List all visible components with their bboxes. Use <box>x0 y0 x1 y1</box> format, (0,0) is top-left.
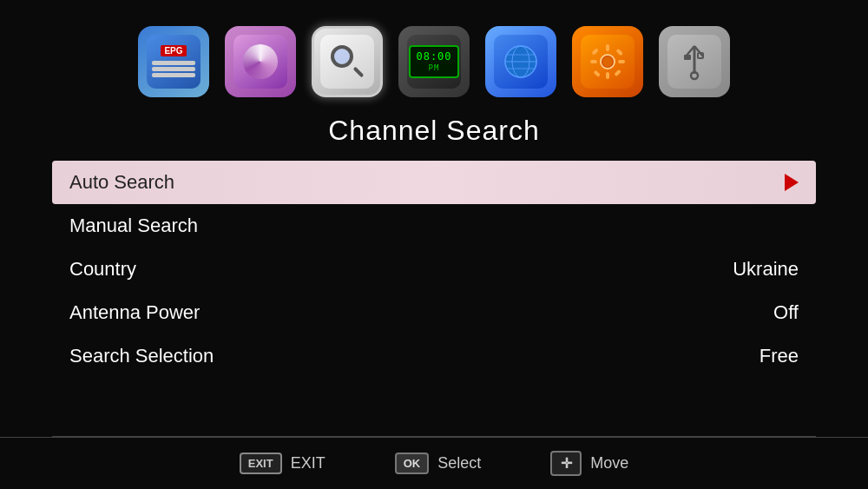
menu-item-manual-search[interactable]: Manual Search <box>52 204 816 248</box>
menu-item-country[interactable]: Country Ukraine <box>52 248 816 291</box>
antenna-power-label: Antenna Power <box>69 301 773 324</box>
manual-search-label: Manual Search <box>69 215 799 237</box>
search-selection-value: Free <box>760 345 799 367</box>
country-value: Ukraine <box>733 258 799 281</box>
bottom-bar: EXIT EXIT OK Select ✛ Move <box>0 437 868 489</box>
country-label: Country <box>69 258 733 281</box>
channel-search-app-icon[interactable] <box>312 26 383 97</box>
svg-rect-8 <box>606 44 609 51</box>
usb-svg-icon <box>679 43 710 81</box>
svg-point-16 <box>602 56 613 67</box>
exit-label: EXIT <box>291 454 326 472</box>
svg-rect-14 <box>593 69 600 76</box>
settings-app-icon[interactable] <box>572 26 643 97</box>
media-app-icon[interactable] <box>225 26 296 97</box>
svg-rect-15 <box>614 69 621 76</box>
select-action[interactable]: OK Select <box>395 453 482 474</box>
svg-rect-20 <box>684 55 691 60</box>
select-label: Select <box>437 454 481 472</box>
usb-app-icon[interactable] <box>659 26 730 97</box>
clock-app-icon[interactable]: 08:00 PM <box>398 26 470 97</box>
svg-rect-9 <box>606 72 609 79</box>
auto-search-label: Auto Search <box>69 171 767 194</box>
svg-point-22 <box>691 72 698 79</box>
svg-rect-12 <box>591 48 598 55</box>
antenna-power-value: Off <box>773 301 799 324</box>
globe-svg-icon <box>502 43 540 81</box>
page-title: Channel Search <box>0 115 868 147</box>
menu-item-auto-search[interactable]: Auto Search <box>52 161 816 204</box>
search-selection-label: Search Selection <box>69 345 760 367</box>
svg-rect-21 <box>698 53 703 58</box>
move-action[interactable]: ✛ Move <box>550 451 628 476</box>
svg-rect-11 <box>618 60 625 63</box>
svg-rect-13 <box>615 49 622 56</box>
icon-bar: EPG 08:00 PM <box>0 0 868 115</box>
gear-svg-icon <box>589 43 627 81</box>
exit-badge: EXIT <box>240 453 282 474</box>
magnifier-icon <box>331 45 364 78</box>
move-badge: ✛ <box>550 451 582 476</box>
menu-item-search-selection[interactable]: Search Selection Free <box>52 334 816 378</box>
move-label: Move <box>590 454 628 472</box>
globe-app-icon[interactable] <box>485 26 556 97</box>
menu-container: Auto Search Manual Search Country Ukrain… <box>52 161 816 378</box>
exit-action[interactable]: EXIT EXIT <box>240 453 326 474</box>
menu-item-antenna-power[interactable]: Antenna Power Off <box>52 291 816 334</box>
arrow-right-icon <box>785 174 799 191</box>
svg-rect-10 <box>590 60 597 63</box>
epg-app-icon[interactable]: EPG <box>138 26 209 97</box>
ok-badge: OK <box>395 453 430 474</box>
